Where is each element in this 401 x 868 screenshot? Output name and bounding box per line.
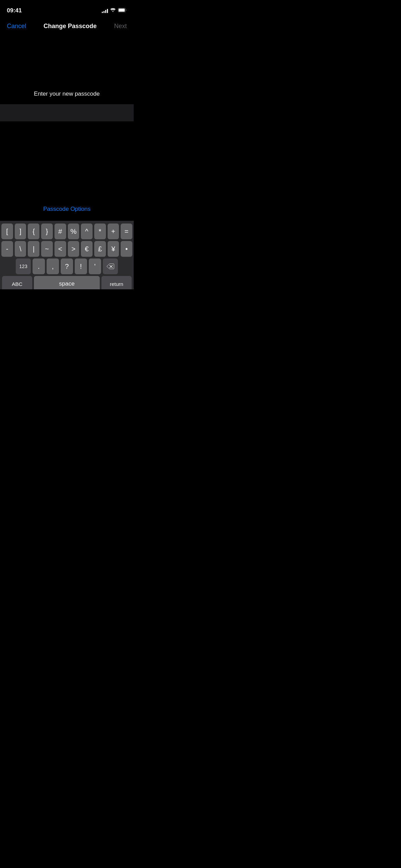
status-bar: 09:41	[0, 0, 134, 16]
key-equals[interactable]: =	[121, 224, 132, 239]
key-less-than[interactable]: <	[54, 241, 66, 257]
key-bracket-open[interactable]: [	[1, 224, 13, 239]
key-yen[interactable]: ¥	[108, 241, 119, 257]
key-pipe[interactable]: |	[28, 241, 39, 257]
key-bracket-close[interactable]: ]	[15, 224, 26, 239]
wifi-icon	[110, 8, 116, 14]
key-123[interactable]: 123	[16, 258, 31, 274]
keyboard: [ ] { } # % ^ * + = - \ | ~ < > € £ ¥ • …	[0, 221, 134, 289]
keyboard-row-3: 123 . , ? ! '	[1, 258, 132, 274]
key-asterisk[interactable]: *	[94, 224, 106, 239]
key-euro[interactable]: €	[81, 241, 93, 257]
key-brace-close[interactable]: }	[41, 224, 53, 239]
key-exclamation[interactable]: !	[75, 258, 87, 274]
delete-key[interactable]	[103, 258, 118, 274]
key-percent[interactable]: %	[68, 224, 80, 239]
keyboard-row-1: [ ] { } # % ^ * + =	[1, 224, 132, 239]
key-brace-open[interactable]: {	[28, 224, 39, 239]
keyboard-bottom-row: ABC space return	[1, 276, 132, 289]
keyboard-row-2: - \ | ~ < > € £ ¥ •	[1, 241, 132, 257]
key-plus[interactable]: +	[108, 224, 119, 239]
page-title: Change Passcode	[44, 23, 97, 30]
signal-icon	[102, 9, 108, 13]
main-content: Enter your new passcode	[0, 36, 134, 104]
key-greater-than[interactable]: >	[68, 241, 80, 257]
key-return[interactable]: return	[101, 276, 132, 289]
key-backslash[interactable]: \	[15, 241, 26, 257]
svg-rect-1	[119, 9, 125, 12]
input-separator	[0, 104, 134, 121]
next-button: Next	[114, 23, 127, 30]
key-pound[interactable]: £	[94, 241, 106, 257]
key-period[interactable]: .	[33, 258, 45, 274]
key-tilde[interactable]: ~	[41, 241, 53, 257]
nav-bar: Cancel Change Passcode Next	[0, 16, 134, 36]
status-time: 09:41	[7, 7, 22, 14]
key-question[interactable]: ?	[61, 258, 73, 274]
status-icons	[102, 8, 127, 14]
key-hash[interactable]: #	[54, 224, 66, 239]
key-abc[interactable]: ABC	[2, 276, 32, 289]
key-caret[interactable]: ^	[81, 224, 93, 239]
key-comma[interactable]: ,	[47, 258, 59, 274]
passcode-options-button[interactable]: Passcode Options	[43, 206, 90, 213]
cancel-button[interactable]: Cancel	[7, 23, 26, 30]
prompt-text: Enter your new passcode	[34, 91, 100, 97]
key-space[interactable]: space	[34, 276, 100, 289]
key-bullet[interactable]: •	[121, 241, 132, 257]
battery-icon	[118, 8, 127, 14]
key-apostrophe[interactable]: '	[89, 258, 101, 274]
key-minus[interactable]: -	[1, 241, 13, 257]
passcode-area: Passcode Options	[0, 121, 134, 221]
